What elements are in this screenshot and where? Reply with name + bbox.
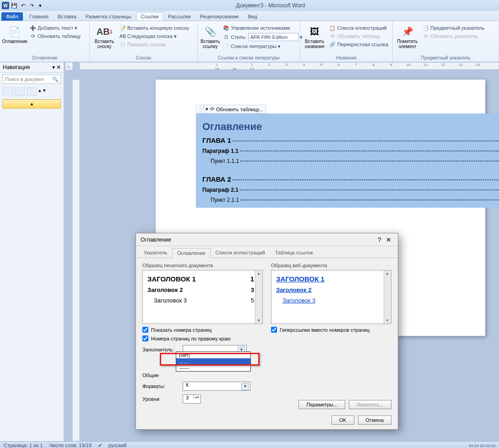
show-footnotes-button[interactable]: ☐Показать сноски [118,41,190,48]
view-draft-icon[interactable]: ▭ [491,443,495,448]
levels-label: Уровни: [142,396,179,402]
tab-selector-icon[interactable]: ∟ [65,62,73,70]
titlebar: W 💾 ↶ ↷ ▾ Документ3 - Microsoft Word [0,0,499,11]
insert-index-button[interactable]: 📑Предметный указатель [421,24,486,32]
manage-sources-button[interactable]: 📚Управление источниками [222,24,304,32]
print-preview-box: ЗАГОЛОВОК 11Заголовок 23Заголовок 35 [142,270,263,324]
bibliography-button[interactable]: 📄Список литературы▾ [222,43,304,50]
nav-next-icon[interactable]: ▾ [43,87,46,96]
group-index-label: Предметный указатель [396,54,496,60]
tab-figures[interactable]: Список иллюстраций [211,248,270,258]
add-text-button[interactable]: ➕Добавить текст▾ [28,24,82,32]
nav-pages-button[interactable] [15,87,25,96]
nav-close-icon[interactable]: ✕ [56,64,61,70]
nav-headings-button[interactable] [3,87,13,96]
ribbon: 📄Оглавление ➕Добавить текст▾ ⟳Обновить т… [0,21,499,62]
view-web-icon[interactable]: ▭ [480,443,484,448]
insert-endnote-button[interactable]: 📝Вставить концевую сноску [118,24,190,32]
show-page-numbers-checkbox[interactable] [142,327,148,333]
close-icon[interactable]: ✕ [384,236,393,243]
nav-results-button[interactable] [27,87,37,96]
help-icon[interactable]: ? [375,236,384,243]
toc-button[interactable]: 📄Оглавление [3,22,27,54]
group-toc-label: Оглавление [3,54,87,60]
save-button[interactable]: 💾 [11,2,18,9]
insert-footnote-button[interactable]: AB1Вставить сноску [92,22,116,54]
style-select[interactable]: 🗒Стиль:APA Fifth Edition▾ [222,32,304,42]
nav-prev-icon[interactable]: ▴ [38,87,41,96]
print-preview-label: Образец печатного документа [142,263,263,268]
language-indicator[interactable]: русский [108,443,126,448]
update-index-button[interactable]: ⟳Обновить указатель [421,32,486,40]
hyperlinks-checkbox[interactable] [271,327,277,333]
view-print-icon[interactable]: ▭ [469,443,473,448]
proofing-icon[interactable]: ✔ [98,443,102,448]
tab-toc[interactable]: Оглавление [172,248,210,258]
redo-button[interactable]: ↷ [28,2,35,9]
tab-mailings[interactable]: Рассылки [163,12,195,21]
search-input[interactable]: Поиск в докумен🔍 [3,75,61,84]
update-tof-button[interactable]: ⟳Обновить таблицу [328,32,390,40]
web-preview-label: Образец веб-документа [271,263,391,268]
insert-citation-button[interactable]: 📎Вставить ссылку [201,22,220,54]
scrollbar[interactable] [255,270,262,324]
mark-entry-button[interactable]: 📌Пометить элемент [396,22,419,54]
tab-file[interactable]: Файл [1,12,23,21]
insert-caption-button[interactable]: 🖼Вставить название [303,22,326,54]
cancel-button[interactable]: Отмена [358,416,391,425]
toc-row[interactable]: Пункт 2.1.16 [202,197,499,203]
toc-row[interactable]: ГЛАВА 11 [202,136,499,144]
horizontal-ruler[interactable]: 11234567891011121314151617 [80,62,499,70]
tab-authorities[interactable]: Таблица ссылок [270,248,318,258]
tab-index[interactable]: Указатель [139,248,172,258]
update-toc-button[interactable]: ⟳Обновить таблицу [28,32,82,40]
toc-row[interactable]: ГЛАВА 24 [202,175,499,183]
next-footnote-button[interactable]: ABСледующая сноска▾ [118,32,190,40]
formats-combobox[interactable]: К [183,382,250,391]
toc-row[interactable]: Параграф 1.12 [202,148,499,154]
window-title: Документ3 - Microsoft Word [44,2,497,9]
view-outline-icon[interactable]: ▭ [485,443,490,448]
filler-label: Заполнитель: [142,347,179,352]
table-of-figures-button[interactable]: 📋Список иллюстраций [328,24,390,32]
cross-ref-button[interactable]: 🔗Перекрестная ссылка [328,41,390,48]
toc-control-icon[interactable]: 📄▾ [199,106,208,112]
formats-label: Форматы: [142,383,179,389]
page-indicator[interactable]: Страница: 1 из 1 [4,443,43,448]
update-table-icon[interactable]: ⟳ [210,106,214,112]
params-button[interactable]: Параметры... [298,400,345,409]
status-bar: Страница: 1 из 1 Число слов: 19/19 ✔ рус… [0,441,499,448]
group-citations-label: Ссылки и списки литературы [201,54,297,60]
tab-insert[interactable]: Вставка [53,12,81,21]
right-align-checkbox[interactable] [142,335,148,341]
scrollbar[interactable] [384,270,391,324]
filler-option-dashes[interactable]: ------ [176,365,250,371]
toc-dialog: Оглавление ? ✕ Указатель Оглавление Спис… [136,233,398,430]
tab-view[interactable]: Вид [244,12,262,21]
update-table-label[interactable]: Обновить таблицу... [216,107,263,112]
tab-home[interactable]: Главная [25,12,53,21]
view-read-icon[interactable]: ▭ [474,443,479,448]
word-count[interactable]: Число слов: 19/19 [49,443,92,448]
dialog-title: Оглавление [141,237,171,243]
toc-row[interactable]: Параграф 2.15 [202,187,499,193]
word-icon: W [2,2,9,9]
toc-title: Оглавление [202,121,262,133]
qat-more-button[interactable]: ▾ [37,2,44,9]
tab-references[interactable]: Ссылки [136,12,164,21]
navigation-pane: Навигация▾ ✕ Поиск в докумен🔍 ▴ ▾ ▲ [0,62,64,441]
levels-spinner[interactable]: 3 [183,394,201,404]
toc-row[interactable]: Пункт 1.1.13 [202,158,499,164]
vertical-ruler[interactable] [72,80,80,441]
tab-layout[interactable]: Разметка страницы [81,12,136,21]
collapse-icon[interactable]: ▲ [3,99,61,108]
group-footnotes-label: Сноски [92,54,195,60]
nav-menu-icon[interactable]: ▾ [52,64,55,70]
toc-selection[interactable]: Оглавление ГЛАВА 11Параграф 1.12Пункт 1.… [196,113,499,208]
group-captions-label: Названия [303,54,390,60]
modify-button[interactable]: Изменить... [349,400,391,409]
undo-button[interactable]: ↶ [19,2,27,9]
tab-review[interactable]: Рецензирование [195,12,244,21]
highlight-frame [160,353,260,366]
ok-button[interactable]: OK [331,416,354,425]
